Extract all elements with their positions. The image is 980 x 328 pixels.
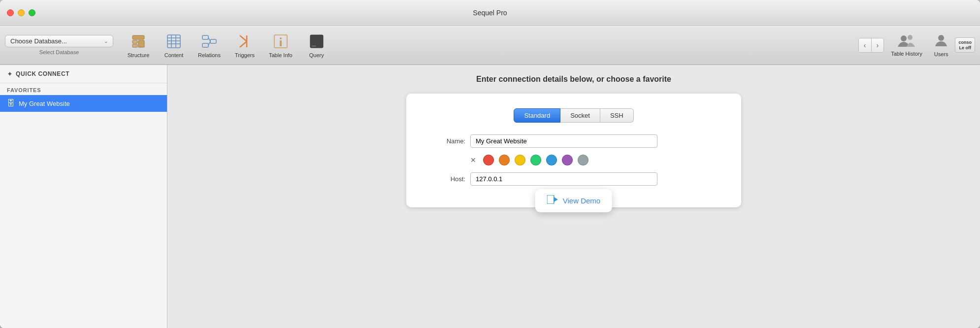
content-icon xyxy=(165,33,183,50)
close-button[interactable] xyxy=(7,9,14,16)
relations-button[interactable]: Relations xyxy=(192,30,227,61)
quick-connect-icon: ✦ xyxy=(7,70,13,78)
nav-forward-button[interactable]: › xyxy=(872,38,884,52)
color-gray[interactable] xyxy=(578,155,588,165)
svg-rect-11 xyxy=(202,43,208,47)
svg-rect-10 xyxy=(202,35,208,39)
window-title: Sequel Pro xyxy=(473,9,507,17)
sidebar: ✦ QUICK CONNECT FAVORITES 🗄 My Great Web… xyxy=(0,65,167,328)
svg-point-23 xyxy=(938,35,944,41)
query-label: Query xyxy=(309,52,324,58)
host-input[interactable] xyxy=(470,172,657,186)
database-selector: Choose Database... ⌄ Select Database xyxy=(5,35,113,55)
query-icon: _ xyxy=(308,33,326,50)
favorites-list: 🗄 My Great Website xyxy=(0,95,167,328)
color-purple[interactable] xyxy=(562,155,573,165)
relations-label: Relations xyxy=(198,52,221,58)
svg-rect-3 xyxy=(138,40,144,47)
color-row: ✕ xyxy=(426,155,721,165)
color-green[interactable] xyxy=(530,155,541,165)
nav-arrows: ‹ › xyxy=(858,38,884,53)
name-label: Name: xyxy=(426,137,465,145)
minimize-button[interactable] xyxy=(18,9,25,16)
svg-point-22 xyxy=(908,35,913,40)
svg-rect-0 xyxy=(132,35,144,39)
toolbar: Choose Database... ⌄ Select Database Str… xyxy=(0,26,980,65)
table-info-button[interactable]: Table Info xyxy=(263,30,298,61)
table-info-label: Table Info xyxy=(269,52,293,58)
svg-rect-4 xyxy=(167,35,180,48)
tab-bar: Standard Socket SSH xyxy=(426,108,721,123)
svg-rect-1 xyxy=(132,40,137,43)
users-group-icon xyxy=(934,33,948,49)
color-blue[interactable] xyxy=(546,155,557,165)
svg-line-13 xyxy=(208,37,210,41)
triggers-label: Triggers xyxy=(235,52,255,58)
database-dropdown-value: Choose Database... xyxy=(10,37,67,45)
content-button[interactable]: Content xyxy=(157,30,191,61)
host-label: Host: xyxy=(426,175,465,183)
nav-back-button[interactable]: ‹ xyxy=(859,38,872,52)
svg-rect-2 xyxy=(132,44,137,47)
svg-point-21 xyxy=(901,35,907,41)
color-yellow[interactable] xyxy=(515,155,525,165)
traffic-lights xyxy=(7,9,35,16)
tab-ssh[interactable]: SSH xyxy=(600,108,634,123)
database-dropdown[interactable]: Choose Database... ⌄ xyxy=(5,35,113,47)
content-label: Content xyxy=(164,52,184,58)
connection-header: Enter connection details below, or choos… xyxy=(476,75,671,84)
favorite-item-label: My Great Website xyxy=(19,100,70,107)
users-button[interactable]: Users xyxy=(929,31,953,60)
svg-marker-25 xyxy=(554,197,558,202)
host-row: Host: xyxy=(426,172,721,186)
users-icon xyxy=(898,34,915,50)
name-row: Name: xyxy=(426,134,721,148)
title-bar: Sequel Pro xyxy=(0,0,980,26)
table-history-button[interactable]: Table History xyxy=(886,31,927,60)
structure-label: Structure xyxy=(128,52,150,58)
table-info-icon xyxy=(272,33,290,50)
color-red[interactable] xyxy=(483,155,494,165)
quick-connect-section[interactable]: ✦ QUICK CONNECT xyxy=(0,65,167,83)
console-button[interactable]: conso Le off xyxy=(955,37,975,53)
triggers-icon xyxy=(236,33,254,50)
dropdown-arrow-icon: ⌄ xyxy=(104,38,108,44)
triggers-button[interactable]: Triggers xyxy=(228,30,262,61)
svg-point-17 xyxy=(280,37,282,39)
svg-rect-12 xyxy=(210,39,216,43)
favorite-item-my-great-website[interactable]: 🗄 My Great Website xyxy=(0,95,167,112)
view-demo-tooltip[interactable]: View Demo xyxy=(535,189,612,212)
quick-connect-label: QUICK CONNECT xyxy=(16,70,69,77)
tab-standard[interactable]: Standard xyxy=(514,108,560,123)
main-content: ✦ QUICK CONNECT FAVORITES 🗄 My Great Web… xyxy=(0,65,980,328)
svg-text:_: _ xyxy=(312,38,316,46)
svg-rect-24 xyxy=(547,195,554,204)
toolbar-right: ‹ › Table History xyxy=(858,31,975,60)
color-orange[interactable] xyxy=(499,155,510,165)
table-history-label: Table History xyxy=(891,51,922,57)
content-area: Enter connection details below, or choos… xyxy=(167,65,980,328)
users-label: Users xyxy=(934,51,948,57)
tab-socket[interactable]: Socket xyxy=(560,108,600,123)
svg-rect-18 xyxy=(280,40,282,46)
select-database-label: Select Database xyxy=(39,49,79,55)
toolbar-buttons: Structure Content xyxy=(121,30,856,61)
name-input[interactable] xyxy=(470,134,657,148)
maximize-button[interactable] xyxy=(29,9,35,16)
structure-icon xyxy=(130,33,147,50)
app-window: Sequel Pro Choose Database... ⌄ Select D… xyxy=(0,0,980,328)
structure-button[interactable]: Structure xyxy=(121,30,156,61)
query-button[interactable]: _ Query xyxy=(299,30,334,61)
svg-line-14 xyxy=(208,41,210,45)
video-icon xyxy=(547,195,558,206)
color-clear-button[interactable]: ✕ xyxy=(470,156,476,164)
connection-form: Standard Socket SSH Name: ✕ xyxy=(406,94,741,207)
relations-icon xyxy=(200,33,218,50)
favorites-header: FAVORITES xyxy=(0,83,167,95)
database-icon: 🗄 xyxy=(7,99,15,108)
view-demo-text: View Demo xyxy=(563,197,600,205)
